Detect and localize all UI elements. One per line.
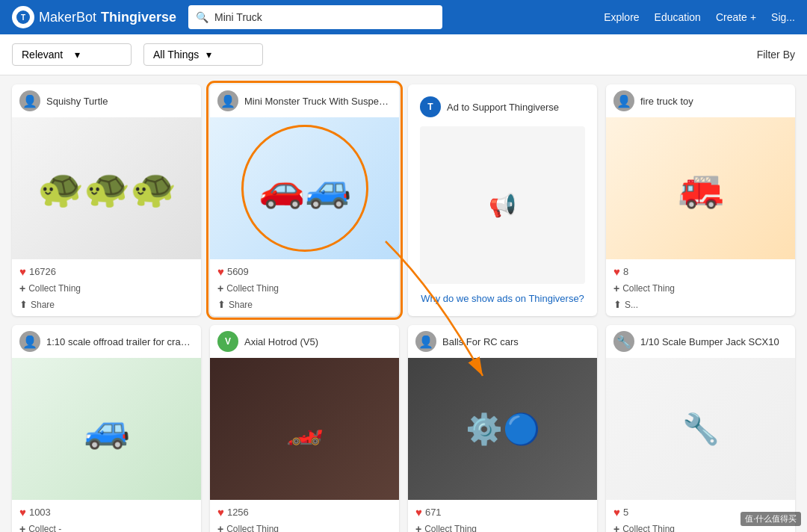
collect-thing-button-hotrod[interactable]: + Collect Thing xyxy=(217,523,279,532)
image-placeholder-truck: 🚗🚙 xyxy=(210,117,399,259)
collect-thing-button-mini-truck[interactable]: + Collect Thing xyxy=(217,282,279,294)
card-image-squishy-turtle: 🐢🐢🐢 xyxy=(12,117,201,259)
ad-header: T Ad to Support Thingiverse xyxy=(420,96,585,117)
heart-icon: ♥ xyxy=(19,265,26,278)
collect-minus-button-trailer[interactable]: + Collect - xyxy=(19,523,61,532)
avatar-fire-truck: 👤 xyxy=(613,90,634,111)
watermark: 值·什么值得买 xyxy=(740,512,801,526)
card-title-bumper-jack: 1/10 Scale Bumper Jack SCX10 xyxy=(640,336,779,347)
card-title-balls-rc: Balls For RC cars xyxy=(442,336,519,347)
card-image-balls-rc: ⚙️🔵 xyxy=(408,358,597,500)
share-row-mini-truck: ⬆ Share xyxy=(217,296,392,310)
collect-thing-button-balls-rc[interactable]: + Collect Thing xyxy=(415,523,477,532)
card-image-mini-truck: 🚗🚙 xyxy=(210,117,399,259)
card-header-squishy-turtle: 👤 Squishy Turtle xyxy=(12,84,201,117)
plus-icon-7: + xyxy=(415,523,421,532)
logo[interactable]: T MakerBot Thingiverse xyxy=(12,6,176,28)
card-balls-rc: 👤 Balls For RC cars ⚙️🔵 ♥ 671 xyxy=(408,325,597,532)
image-placeholder-hotrod: 🏎️ xyxy=(210,358,399,500)
collect-thing-button-squishy-turtle[interactable]: + Collect Thing xyxy=(19,282,81,294)
sort-dropdown[interactable]: Relevant ▾ xyxy=(12,43,132,66)
avatar-bumper-jack: 🔧 xyxy=(613,331,634,352)
card-header-bumper-jack: 🔧 1/10 Scale Bumper Jack SCX10 xyxy=(606,325,795,358)
like-count-balls-rc: ♥ 671 xyxy=(415,506,442,519)
card-header-balls-rc: 👤 Balls For RC cars xyxy=(408,325,597,358)
collect-share-row-mini-truck: + Collect Thing xyxy=(217,279,392,294)
card-actions-balls-rc: ♥ 671 xyxy=(415,506,590,519)
heart-icon-6: ♥ xyxy=(415,506,422,519)
card-footer-trailer: ♥ 1003 + Collect - ⬆ Share xyxy=(12,500,201,532)
collect-share-row-trailer: + Collect - xyxy=(19,520,194,532)
like-count-mini-truck: ♥ 5609 xyxy=(217,265,249,278)
card-image-bumper-jack: 🔧 xyxy=(606,358,795,500)
search-icon: 🔍 xyxy=(196,11,208,23)
heart-icon-2: ♥ xyxy=(217,265,224,278)
heart-icon-7: ♥ xyxy=(613,506,620,519)
grid-wrapper: 👤 Squishy Turtle 🐢🐢🐢 ♥ 16726 xyxy=(12,84,795,532)
card-footer-balls-rc: ♥ 671 + Collect Thing ⬆ Share xyxy=(408,500,597,532)
image-placeholder-balls: ⚙️🔵 xyxy=(408,358,597,500)
share-row-squishy-turtle: ⬆ Share xyxy=(19,296,194,310)
collect-share-row-balls-rc: + Collect Thing xyxy=(415,520,590,532)
nav-sign[interactable]: Sig... xyxy=(771,11,795,23)
collect-share-row: + Collect Thing xyxy=(19,279,194,294)
search-bar[interactable]: 🔍 xyxy=(188,5,442,29)
card-header-mini-truck: 👤 Mini Monster Truck With Suspension xyxy=(210,84,399,117)
like-count-trailer: ♥ 1003 xyxy=(19,506,51,519)
card-image-fire-truck: 🚒 xyxy=(606,117,795,259)
like-count-hotrod: ♥ 1256 xyxy=(217,506,249,519)
search-input[interactable] xyxy=(214,11,435,23)
header-nav: Explore Education Create + Sig... xyxy=(604,11,795,23)
card-bumper-jack: 🔧 1/10 Scale Bumper Jack SCX10 🔧 ♥ 5 xyxy=(606,325,795,532)
card-header-hotrod: V Axial Hotrod (V5) xyxy=(210,325,399,358)
card-ad: T Ad to Support Thingiverse 📢 Why do we … xyxy=(408,84,597,316)
card-mini-monster-truck: 👤 Mini Monster Truck With Suspension 🚗🚙 … xyxy=(210,84,399,316)
sort-label: Relevant xyxy=(22,49,69,61)
card-title-squishy-turtle: Squishy Turtle xyxy=(46,96,108,107)
nav-education[interactable]: Education xyxy=(655,11,701,23)
plus-icon-8: + xyxy=(613,523,619,532)
main-content: 👤 Squishy Turtle 🐢🐢🐢 ♥ 16726 xyxy=(0,75,807,532)
svg-text:T: T xyxy=(21,13,25,22)
plus-icon-6: + xyxy=(217,523,223,532)
image-placeholder-firetruck: 🚒 xyxy=(606,117,795,259)
card-header-trailer: 👤 1:10 scale offroad trailer for crawler… xyxy=(12,325,201,358)
heart-icon-5: ♥ xyxy=(217,506,224,519)
plus-icon-2: + xyxy=(217,282,223,294)
plus-icon: + xyxy=(19,282,25,294)
collect-thing-button-bumper-jack[interactable]: + Collect Thing xyxy=(613,523,675,532)
avatar-hotrod: V xyxy=(217,331,238,352)
minus-icon: + xyxy=(19,523,25,532)
image-placeholder-trailer: 🚙 xyxy=(12,358,201,500)
ad-why-link[interactable]: Why do we show ads on Thingiverse? xyxy=(421,293,584,304)
avatar-trailer: 👤 xyxy=(19,331,40,352)
type-dropdown[interactable]: All Things ▾ xyxy=(143,43,263,66)
nav-explore[interactable]: Explore xyxy=(604,11,639,23)
avatar-mini-truck: 👤 xyxy=(217,90,238,111)
ad-placeholder-icon: 📢 xyxy=(489,192,516,218)
share-row-fire-truck: ⬆ S... xyxy=(613,296,788,310)
heart-icon-4: ♥ xyxy=(19,506,26,519)
share-icon: ⬆ xyxy=(19,299,28,310)
card-title-trailer: 1:10 scale offroad trailer for crawlers xyxy=(46,336,194,347)
image-placeholder: 🐢🐢🐢 xyxy=(12,117,201,259)
card-offroad-trailer: 👤 1:10 scale offroad trailer for crawler… xyxy=(12,325,201,532)
card-actions-fire-truck: ♥ 8 xyxy=(613,265,788,278)
collect-thing-button-fire-truck[interactable]: + Collect Thing xyxy=(613,282,675,294)
filter-by-label: Filter By xyxy=(757,49,795,61)
like-count-squishy-turtle: ♥ 16726 xyxy=(19,265,56,278)
card-title-fire-truck: fire truck toy xyxy=(640,96,693,107)
plus-icon-3: + xyxy=(613,282,619,294)
card-squishy-turtle: 👤 Squishy Turtle 🐢🐢🐢 ♥ 16726 xyxy=(12,84,201,316)
share-button-mini-truck[interactable]: ⬆ Share xyxy=(217,299,253,310)
logo-thingiverse-text: Thingiverse xyxy=(101,10,176,25)
like-count-bumper-jack: ♥ 5 xyxy=(613,506,628,519)
card-actions-trailer: ♥ 1003 xyxy=(19,506,194,519)
collect-share-row-fire-truck: + Collect Thing xyxy=(613,279,788,294)
card-fire-truck: 👤 fire truck toy 🚒 ♥ 8 + xyxy=(606,84,795,316)
nav-create[interactable]: Create + xyxy=(716,11,756,23)
share-button-squishy-turtle[interactable]: ⬆ Share xyxy=(19,299,55,310)
avatar-balls-rc: 👤 xyxy=(415,331,436,352)
share-button-fire-truck[interactable]: ⬆ S... xyxy=(613,299,638,310)
card-header-fire-truck: 👤 fire truck toy xyxy=(606,84,795,117)
